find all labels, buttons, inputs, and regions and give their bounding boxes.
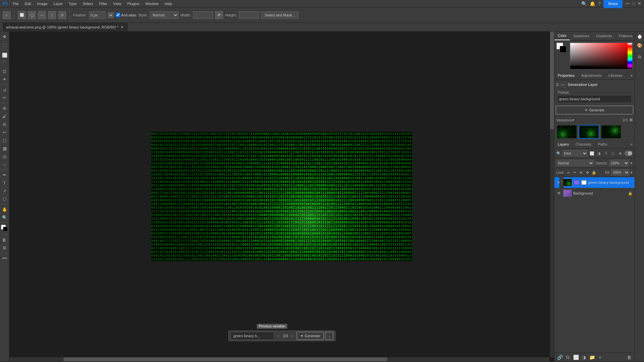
- delete-layer-btn[interactable]: 🗑: [626, 354, 633, 361]
- menu-filter[interactable]: Filter: [96, 1, 110, 6]
- next-variation-button[interactable]: ›: [289, 333, 295, 339]
- notification-icon[interactable]: 🔔: [590, 1, 595, 6]
- menu-type[interactable]: Type: [66, 1, 80, 6]
- maximize-icon[interactable]: □: [632, 1, 635, 6]
- lock-position-btn[interactable]: ✥: [585, 170, 590, 175]
- document-tab[interactable]: arhaval-welcome.png @ 100% (green binary…: [3, 23, 128, 32]
- fill-dropdown-icon[interactable]: ▾: [631, 170, 633, 175]
- foreground-background-colors[interactable]: [1, 225, 8, 232]
- single-row-marquee-button[interactable]: —: [38, 11, 46, 19]
- lock-artboard-btn[interactable]: ⊕: [579, 170, 584, 175]
- single-column-marquee-button[interactable]: |: [48, 11, 56, 19]
- horizontal-scrollbar-thumb[interactable]: [63, 357, 387, 361]
- color-spectrum[interactable]: [570, 43, 633, 69]
- layer-visibility-background[interactable]: 👁: [556, 191, 562, 196]
- lasso-tool[interactable]: ⌒: [1, 59, 8, 67]
- add-link-btn[interactable]: 🔗: [556, 354, 563, 361]
- background-chip[interactable]: [560, 46, 566, 53]
- zoom-tool[interactable]: 🔍: [1, 214, 8, 221]
- layer-item-background[interactable]: 👁 Background 🔒: [554, 188, 635, 199]
- ellipse-marquee-button[interactable]: ◯: [28, 11, 36, 19]
- blend-mode-select[interactable]: Normal Multiply Screen Overlay: [556, 160, 594, 166]
- opacity-dropdown-icon[interactable]: ▾: [631, 161, 633, 165]
- tab-properties[interactable]: Properties: [554, 71, 578, 80]
- panel-collapse-button[interactable]: ›: [559, 174, 563, 188]
- tab-gradients[interactable]: Gradients: [593, 32, 615, 40]
- pen-tool[interactable]: ✒: [1, 171, 8, 178]
- layer-filter-shape-btn[interactable]: ⬡: [610, 150, 616, 156]
- hand-tool[interactable]: ✋: [1, 206, 8, 213]
- panel-icon-layers[interactable]: ⧉: [636, 53, 643, 61]
- search-icon[interactable]: 🔍: [581, 1, 587, 6]
- swap-dimensions-btn[interactable]: ⇄: [215, 11, 223, 19]
- variations-grid-icon[interactable]: ⊞: [630, 118, 633, 122]
- brush-tool[interactable]: 🖌: [1, 112, 8, 120]
- magic-wand-tool[interactable]: ✦: [1, 75, 8, 83]
- new-group-btn[interactable]: 📁: [589, 354, 595, 361]
- home-button[interactable]: ⌂: [3, 11, 11, 19]
- layer-filter-type-btn[interactable]: T: [603, 150, 609, 156]
- dodge-tool[interactable]: ○: [1, 161, 8, 168]
- layers-filter-select[interactable]: Kind Name Effect: [562, 150, 588, 157]
- menu-window[interactable]: Window: [143, 1, 161, 6]
- generate-button-toolbar[interactable]: ✦ Generate: [297, 332, 324, 340]
- close-icon[interactable]: ✕: [638, 1, 641, 6]
- gradient-tool[interactable]: ▦: [1, 145, 8, 152]
- select-and-mask-button[interactable]: Select and Mask...: [261, 11, 299, 19]
- minimize-icon[interactable]: ─: [625, 0, 630, 7]
- crop-tool[interactable]: ⊿: [1, 86, 8, 93]
- vertical-scrollbar[interactable]: [550, 32, 554, 357]
- variation-thumb-1[interactable]: [556, 125, 577, 139]
- tab-layers[interactable]: Layers: [554, 140, 572, 148]
- path-selection-tool[interactable]: ↗: [1, 187, 8, 195]
- spot-heal-tool[interactable]: ⊕: [1, 104, 8, 112]
- width-input[interactable]: [193, 11, 213, 19]
- feather-input[interactable]: [89, 11, 106, 19]
- brightness-slider[interactable]: [570, 66, 628, 69]
- style-select[interactable]: Normal Fixed Ratio Fixed Size: [150, 11, 179, 19]
- layers-menu-icon[interactable]: ≡: [629, 142, 635, 146]
- tab-color[interactable]: Color: [554, 32, 570, 40]
- add-style-btn[interactable]: fx: [564, 354, 571, 361]
- prev-variation-button[interactable]: ‹: [275, 333, 281, 339]
- app-icon[interactable]: Ps: [3, 1, 8, 6]
- share-button[interactable]: Share: [603, 0, 623, 8]
- object-selection-tool[interactable]: ⊡: [1, 67, 8, 75]
- variations-chevron[interactable]: ▾: [573, 118, 574, 122]
- rect-marquee-button[interactable]: ⬜: [18, 11, 26, 19]
- more-tools-btn[interactable]: •••: [1, 254, 8, 262]
- panel-icon-history[interactable]: ⌚: [636, 33, 643, 40]
- layer-item-green-binary[interactable]: 👁 green binary background: [554, 177, 635, 188]
- lock-image-btn[interactable]: ✏: [572, 170, 578, 175]
- add-mask-btn[interactable]: ⬜: [573, 354, 579, 361]
- shape-tool[interactable]: ⬡: [1, 195, 8, 203]
- new-fill-adj-btn[interactable]: ◑: [581, 354, 587, 361]
- more-options-button[interactable]: ...: [325, 332, 333, 340]
- interpolation-btn[interactable]: ⇄: [108, 12, 114, 18]
- tab-libraries[interactable]: Libraries: [605, 71, 626, 80]
- history-brush-tool[interactable]: ↩: [1, 128, 8, 136]
- eraser-tool[interactable]: ◻: [1, 137, 8, 144]
- generation-prompt-input[interactable]: [230, 332, 274, 340]
- clone-stamp-tool[interactable]: ⊘: [1, 120, 8, 128]
- document-close-button[interactable]: ✕: [120, 25, 124, 30]
- background-color[interactable]: [3, 227, 8, 231]
- lock-all-btn[interactable]: 🔒: [591, 170, 597, 175]
- generate-main-button[interactable]: ✦ Generate: [556, 106, 633, 114]
- text-tool[interactable]: T: [1, 179, 8, 187]
- help-icon[interactable]: ?: [598, 1, 601, 6]
- variation-thumb-3[interactable]: [601, 125, 622, 139]
- eyedropper-tool[interactable]: ✏: [1, 94, 8, 101]
- tab-paths[interactable]: Paths: [595, 140, 611, 148]
- artboard-tool[interactable]: ⬚: [1, 41, 8, 48]
- height-input[interactable]: [239, 11, 259, 19]
- tab-channels[interactable]: Channels: [572, 140, 594, 148]
- tool-option5[interactable]: ⊡: [58, 11, 66, 19]
- tab-patterns[interactable]: Patterns: [615, 32, 635, 40]
- anti-alias-checkbox[interactable]: [116, 13, 120, 17]
- new-layer-btn[interactable]: +: [597, 354, 603, 361]
- lock-transparent-btn[interactable]: ⧄: [566, 170, 571, 175]
- menu-select[interactable]: Select: [80, 1, 96, 6]
- layer-filter-smartobj-btn[interactable]: ⊛: [617, 150, 623, 156]
- horizontal-scrollbar[interactable]: [9, 357, 549, 361]
